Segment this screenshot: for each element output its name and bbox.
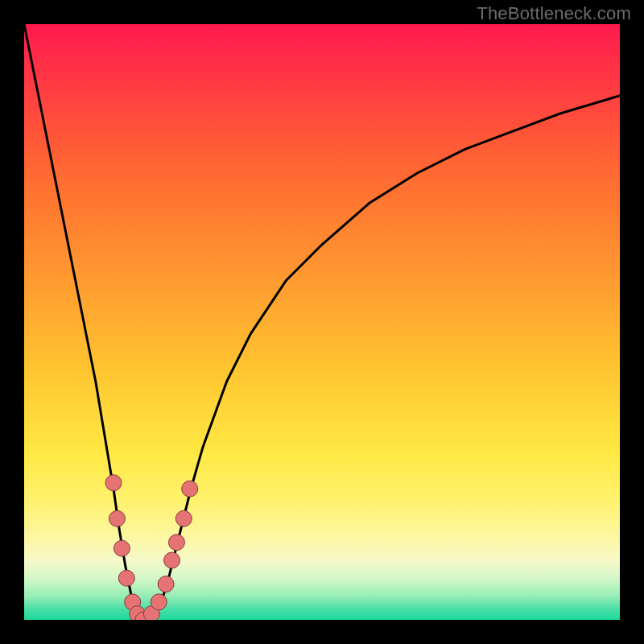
- data-dot: [118, 570, 134, 586]
- data-dot: [114, 540, 130, 556]
- watermark-text: TheBottleneck.com: [477, 3, 631, 24]
- plot-area: [24, 24, 620, 620]
- bottleneck-chart: [24, 24, 620, 620]
- chart-frame: TheBottleneck.com: [0, 0, 644, 644]
- data-dot: [175, 510, 192, 526]
- data-dot: [182, 481, 198, 497]
- data-dot: [109, 510, 125, 526]
- data-dot: [105, 475, 122, 491]
- data-dot: [164, 552, 180, 568]
- data-dot: [158, 576, 174, 592]
- curve-path: [24, 24, 620, 620]
- data-dot: [151, 594, 167, 610]
- data-dot: [168, 535, 184, 551]
